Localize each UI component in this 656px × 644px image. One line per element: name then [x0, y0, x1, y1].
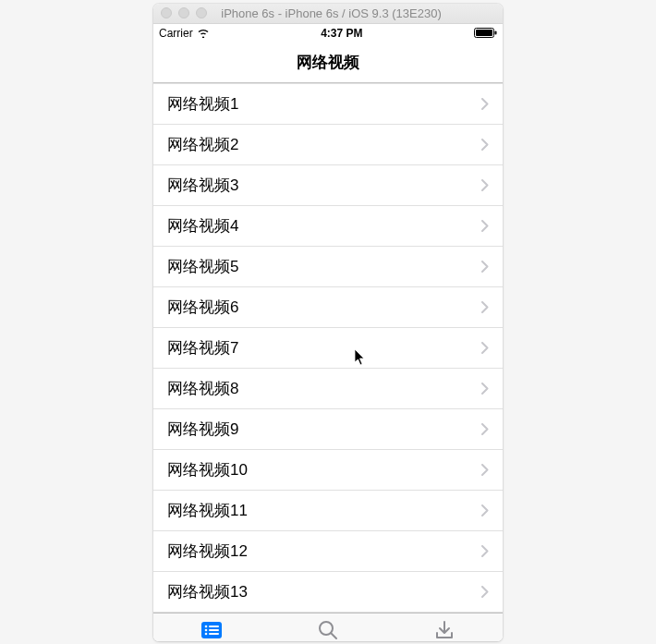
- tab-item-downloads[interactable]: Downloads: [386, 614, 503, 641]
- chevron-right-icon: [481, 545, 489, 557]
- svg-line-11: [331, 633, 336, 638]
- list-item-label: 网络视频8: [167, 378, 238, 399]
- list-item-label: 网络视频1: [167, 93, 238, 115]
- list-item[interactable]: 网络视频4: [153, 206, 503, 247]
- tab-bar: Most Viewed Search Downloads: [153, 613, 503, 641]
- list-item[interactable]: 网络视频13: [153, 572, 503, 613]
- svg-point-6: [205, 632, 208, 635]
- list-item[interactable]: 网络视频9: [153, 409, 503, 450]
- battery-icon: [474, 28, 497, 38]
- navigation-bar: 网络视频: [153, 43, 503, 83]
- chevron-right-icon: [481, 220, 489, 232]
- list-item-label: 网络视频9: [167, 419, 238, 440]
- chevron-right-icon: [481, 504, 489, 516]
- minimize-window-button[interactable]: [178, 7, 189, 18]
- svg-rect-7: [209, 626, 219, 627]
- list-item[interactable]: 网络视频7: [153, 328, 503, 369]
- list-item-label: 网络视频3: [167, 175, 238, 196]
- close-window-button[interactable]: [161, 7, 172, 18]
- status-bar-left: Carrier: [159, 27, 210, 40]
- chevron-right-icon: [481, 423, 489, 435]
- chevron-right-icon: [481, 261, 489, 273]
- chevron-right-icon: [481, 342, 489, 354]
- wifi-icon: [197, 28, 210, 38]
- list-item-label: 网络视频13: [167, 581, 248, 602]
- list-item-label: 网络视频7: [167, 337, 238, 358]
- navigation-title: 网络视频: [297, 52, 359, 73]
- tab-item-most-viewed[interactable]: Most Viewed: [153, 614, 270, 641]
- window-title: iPhone 6s - iPhone 6s / iOS 9.3 (13E230): [213, 6, 495, 20]
- chevron-right-icon: [481, 98, 489, 110]
- chevron-right-icon: [481, 139, 489, 151]
- list-item[interactable]: 网络视频12: [153, 531, 503, 572]
- phone-screen: Carrier 4:37 PM 网络视频: [153, 24, 503, 641]
- macos-title-bar: iPhone 6s - iPhone 6s / iOS 9.3 (13E230): [153, 4, 503, 24]
- zoom-window-button[interactable]: [196, 7, 207, 18]
- list-icon: [200, 618, 224, 641]
- list-item-label: 网络视频5: [167, 256, 238, 277]
- download-icon: [433, 618, 456, 641]
- list-item[interactable]: 网络视频2: [153, 125, 503, 165]
- list-item[interactable]: 网络视频3: [153, 165, 503, 206]
- simulator-window: iPhone 6s - iPhone 6s / iOS 9.3 (13E230)…: [153, 4, 503, 641]
- list-item[interactable]: 网络视频11: [153, 491, 503, 531]
- carrier-label: Carrier: [159, 27, 193, 40]
- svg-rect-1: [476, 30, 492, 36]
- list-item[interactable]: 网络视频5: [153, 247, 503, 287]
- chevron-right-icon: [481, 301, 489, 313]
- list-item-label: 网络视频11: [167, 500, 248, 521]
- svg-rect-9: [209, 633, 219, 635]
- video-list[interactable]: 网络视频1 网络视频2 网络视频3 网络视频4 网络视频5 网络视频6: [153, 83, 503, 613]
- list-item[interactable]: 网络视频6: [153, 287, 503, 328]
- chevron-right-icon: [481, 383, 489, 395]
- tab-item-search[interactable]: Search: [270, 614, 386, 641]
- list-item-label: 网络视频4: [167, 215, 238, 237]
- search-icon: [317, 618, 339, 641]
- status-bar-time: 4:37 PM: [321, 27, 362, 40]
- list-item[interactable]: 网络视频8: [153, 369, 503, 409]
- list-item-label: 网络视频10: [167, 459, 248, 480]
- svg-point-4: [205, 625, 208, 627]
- list-item[interactable]: 网络视频1: [153, 84, 503, 125]
- chevron-right-icon: [481, 586, 489, 598]
- ios-status-bar: Carrier 4:37 PM: [153, 24, 503, 43]
- svg-rect-2: [495, 31, 497, 35]
- list-item-label: 网络视频2: [167, 134, 238, 155]
- list-item-label: 网络视频12: [167, 541, 248, 562]
- list-item[interactable]: 网络视频10: [153, 450, 503, 491]
- svg-rect-8: [209, 629, 219, 631]
- list-item-label: 网络视频6: [167, 297, 238, 318]
- chevron-right-icon: [481, 179, 489, 191]
- svg-point-5: [205, 628, 208, 631]
- chevron-right-icon: [481, 464, 489, 476]
